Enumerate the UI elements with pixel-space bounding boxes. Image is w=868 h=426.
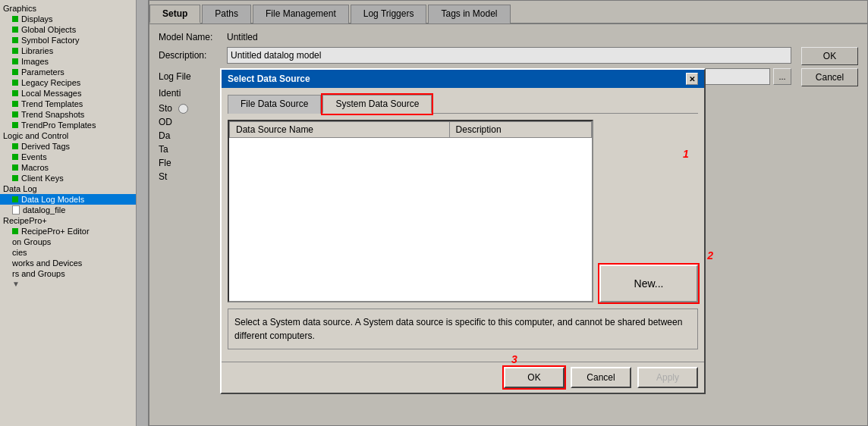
tab-file-data-source[interactable]: File Data Source bbox=[228, 95, 321, 114]
footer-cancel-button[interactable]: Cancel bbox=[571, 367, 631, 388]
data-source-table: Data Source Name Description bbox=[228, 120, 593, 302]
dot-icon bbox=[12, 228, 18, 234]
annotation-3: 3 bbox=[511, 353, 517, 365]
sidebar-item-trend-snapshots[interactable]: Trend Snapshots bbox=[0, 109, 136, 120]
dot-icon bbox=[12, 154, 18, 160]
dialog-footer: 3 OK Cancel Apply bbox=[222, 362, 704, 393]
table-new-row: Data Source Name Description bbox=[228, 120, 698, 309]
dot-icon bbox=[12, 143, 18, 149]
sidebar-item-parameters[interactable]: Parameters bbox=[0, 67, 136, 77]
dot-icon bbox=[12, 196, 18, 202]
sidebar-item-nctions[interactable]: ▼ bbox=[0, 279, 136, 289]
dot-icon bbox=[12, 48, 18, 54]
dot-icon bbox=[12, 101, 18, 107]
dialog-body: File Data Source System Data Source Data… bbox=[222, 88, 704, 362]
dialog-close-button[interactable]: ✕ bbox=[686, 73, 698, 85]
sidebar-item-symbol-factory[interactable]: Symbol Factory bbox=[0, 35, 136, 45]
sidebar-item-trendpro-templates[interactable]: TrendPro Templates bbox=[0, 120, 136, 130]
sidebar: Graphics Displays Global Objects Symbol … bbox=[0, 0, 137, 426]
dot-icon bbox=[12, 69, 18, 75]
annotation-1: 1 bbox=[683, 148, 689, 160]
sidebar-section-logic: Logic and Control bbox=[0, 130, 136, 141]
dot-icon bbox=[12, 80, 18, 86]
sidebar-item-events[interactable]: Events bbox=[0, 152, 136, 162]
sidebar-item-networks-devices[interactable]: works and Devices bbox=[0, 258, 136, 268]
file-icon bbox=[12, 205, 20, 215]
sidebar-item-displays[interactable]: Displays bbox=[0, 14, 136, 24]
sidebar-item-derived-tags[interactable]: Derived Tags bbox=[0, 141, 136, 152]
sidebar-section-graphics: Graphics bbox=[0, 3, 136, 14]
sidebar-item-data-log-models[interactable]: Data Log Models bbox=[0, 194, 136, 205]
dot-icon bbox=[12, 16, 18, 22]
col-data-source-name: Data Source Name bbox=[230, 122, 450, 138]
sidebar-item-on-groups[interactable]: on Groups bbox=[0, 236, 136, 247]
dot-icon bbox=[12, 111, 18, 117]
new-button[interactable]: New... bbox=[599, 265, 698, 302]
ds-table-element: Data Source Name Description bbox=[229, 121, 592, 138]
tab-system-data-source[interactable]: System Data Source bbox=[322, 95, 432, 114]
sidebar-item-global-objects[interactable]: Global Objects bbox=[0, 24, 136, 35]
dot-icon bbox=[12, 175, 18, 181]
sidebar-item-macros[interactable]: Macros bbox=[0, 162, 136, 173]
sidebar-item-images[interactable]: Images bbox=[0, 56, 136, 67]
dot-icon bbox=[12, 37, 18, 43]
dot-icon bbox=[12, 58, 18, 64]
dot-icon bbox=[12, 122, 18, 128]
sidebar-item-local-messages[interactable]: Local Messages bbox=[0, 88, 136, 99]
sidebar-item-cies[interactable]: cies bbox=[0, 247, 136, 258]
sidebar-item-datalog-file[interactable]: datalog_file bbox=[0, 205, 136, 215]
dot-icon bbox=[12, 27, 18, 33]
footer-ok-button[interactable]: OK bbox=[504, 367, 565, 388]
footer-buttons-group: 3 OK Cancel Apply bbox=[504, 367, 698, 388]
sidebar-section-recipepro: RecipePro+ bbox=[0, 215, 136, 226]
sidebar-item-rs-groups[interactable]: rs and Groups bbox=[0, 268, 136, 279]
dot-icon bbox=[12, 90, 18, 96]
dialog-titlebar: Select Data Source ✕ bbox=[222, 70, 704, 88]
main-area: Setup Paths File Management Log Triggers… bbox=[137, 0, 868, 426]
col-description: Description bbox=[449, 122, 591, 138]
sidebar-item-client-keys[interactable]: Client Keys bbox=[0, 173, 136, 183]
sidebar-item-libraries[interactable]: Libraries bbox=[0, 45, 136, 56]
dialog-tabs: File Data Source System Data Source bbox=[228, 94, 698, 114]
select-data-source-dialog: Select Data Source ✕ File Data Source Sy… bbox=[220, 68, 706, 394]
sidebar-section-datalog: Data Log bbox=[0, 183, 136, 194]
footer-apply-button[interactable]: Apply bbox=[637, 367, 698, 388]
annotation-2: 2 bbox=[707, 249, 713, 262]
dialog-title: Select Data Source bbox=[228, 74, 310, 84]
description-box: Select a System data source. A System da… bbox=[228, 309, 698, 349]
sidebar-item-legacy-recipes[interactable]: Legacy Recipes bbox=[0, 77, 136, 88]
sidebar-item-trend-templates[interactable]: Trend Templates bbox=[0, 99, 136, 109]
sidebar-item-recipepro-editor[interactable]: RecipePro+ Editor bbox=[0, 226, 136, 236]
dot-icon bbox=[12, 164, 18, 171]
